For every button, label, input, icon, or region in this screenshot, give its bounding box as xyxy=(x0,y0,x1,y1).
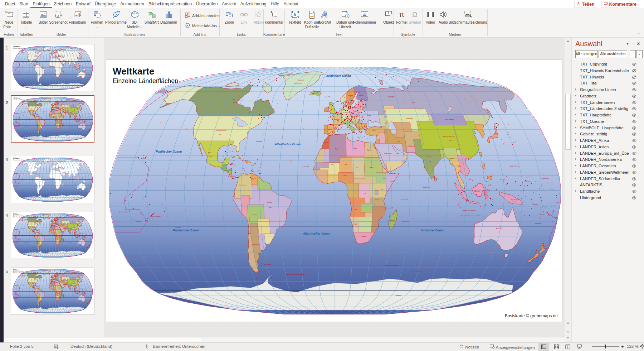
svg-text:#: # xyxy=(364,13,365,16)
svg-text:π: π xyxy=(399,10,404,18)
svg-text:A: A xyxy=(321,10,327,19)
svg-text:Ω: Ω xyxy=(412,11,417,18)
svg-text:A: A xyxy=(293,13,296,17)
